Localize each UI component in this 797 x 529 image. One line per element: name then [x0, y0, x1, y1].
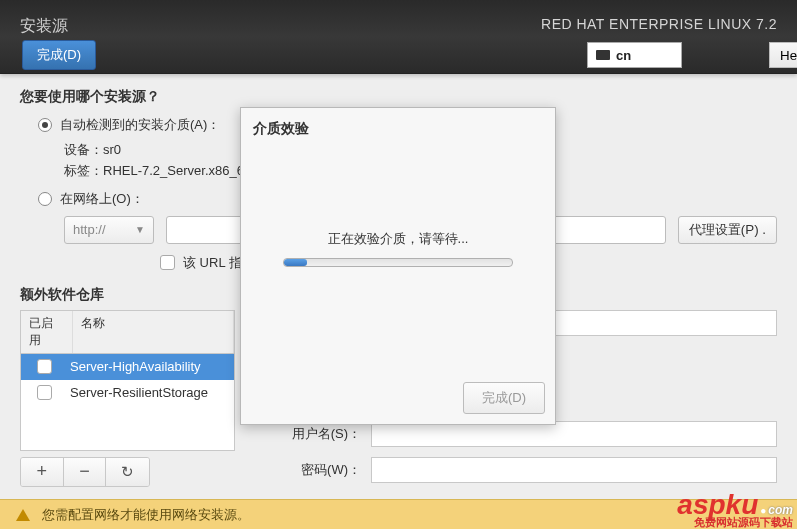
- source-question: 您要使用哪个安装源？: [20, 88, 777, 106]
- username-label: 用户名(S)：: [251, 425, 361, 443]
- url-mirror-label: 该 URL 指: [183, 254, 242, 272]
- add-repo-button[interactable]: +: [21, 458, 64, 486]
- password-input[interactable]: [371, 457, 777, 483]
- app-header: 安装源 完成(D) RED HAT ENTERPRISE LINUX 7.2 c…: [0, 0, 797, 74]
- done-button-header[interactable]: 完成(D): [22, 40, 96, 70]
- keyboard-layout: cn: [616, 48, 631, 63]
- checkbox-icon[interactable]: [37, 385, 52, 400]
- dialog-done-button[interactable]: 完成(D): [463, 382, 545, 414]
- keyboard-icon: [596, 50, 610, 60]
- protocol-select[interactable]: http:// ▼: [64, 216, 154, 244]
- proxy-settings-button[interactable]: 代理设置(P) .: [678, 216, 777, 244]
- progress-bar-track: [283, 258, 513, 267]
- refresh-repo-button[interactable]: ↻: [106, 458, 149, 486]
- radio-net-label: 在网络上(O)：: [60, 190, 144, 208]
- repo-name: Server-HighAvailability: [70, 359, 201, 374]
- help-button[interactable]: He: [769, 42, 797, 68]
- media-check-dialog: 介质效验 正在效验介质，请等待... 完成(D): [240, 107, 556, 425]
- remove-repo-button[interactable]: −: [64, 458, 107, 486]
- checkbox-icon: [160, 255, 175, 270]
- radio-auto-label: 自动检测到的安装介质(A)：: [60, 116, 220, 134]
- page-title: 安装源: [20, 16, 68, 37]
- chevron-down-icon: ▼: [135, 224, 145, 235]
- repo-table-header: 已启用 名称: [21, 311, 234, 354]
- warning-icon: [16, 509, 30, 521]
- radio-icon: [38, 192, 52, 206]
- progress-bar-fill: [284, 259, 307, 266]
- dialog-message: 正在效验介质，请等待...: [241, 230, 555, 248]
- table-row[interactable]: Server-ResilientStorage: [21, 380, 234, 406]
- repo-name: Server-ResilientStorage: [70, 385, 208, 400]
- col-name: 名称: [73, 311, 234, 353]
- table-row[interactable]: Server-HighAvailability: [21, 354, 234, 380]
- keyboard-indicator[interactable]: cn: [587, 42, 682, 68]
- radio-icon: [38, 118, 52, 132]
- warning-text: 您需配置网络才能使用网络安装源。: [42, 506, 250, 524]
- repo-toolbar: + − ↻: [20, 457, 150, 487]
- brand-text: RED HAT ENTERPRISE LINUX 7.2: [541, 16, 777, 32]
- checkbox-icon[interactable]: [37, 359, 52, 374]
- warning-bar: 您需配置网络才能使用网络安装源。: [0, 499, 797, 529]
- col-enabled: 已启用: [21, 311, 73, 353]
- password-label: 密码(W)：: [251, 461, 361, 479]
- repo-table: 已启用 名称 Server-HighAvailability Server-Re…: [20, 310, 235, 451]
- dialog-title: 介质效验: [241, 108, 555, 138]
